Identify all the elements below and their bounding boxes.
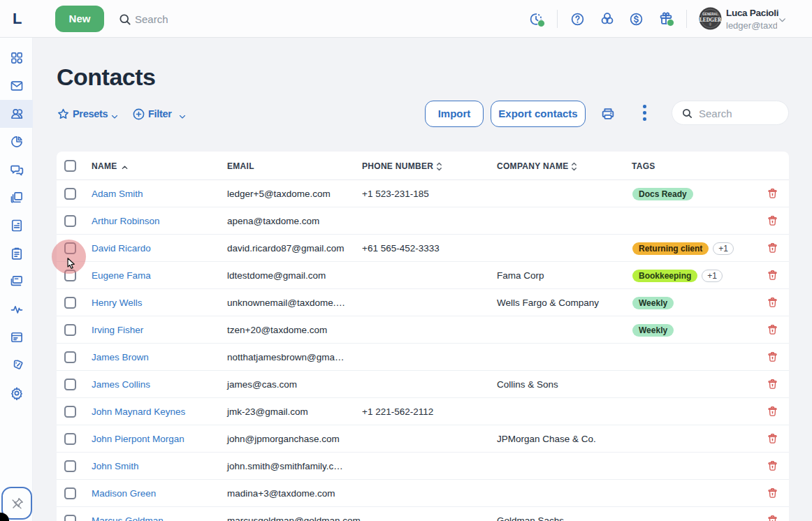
- svg-text:GENERAL: GENERAL: [702, 13, 718, 16]
- svg-text:LEDGER: LEDGER: [699, 17, 722, 23]
